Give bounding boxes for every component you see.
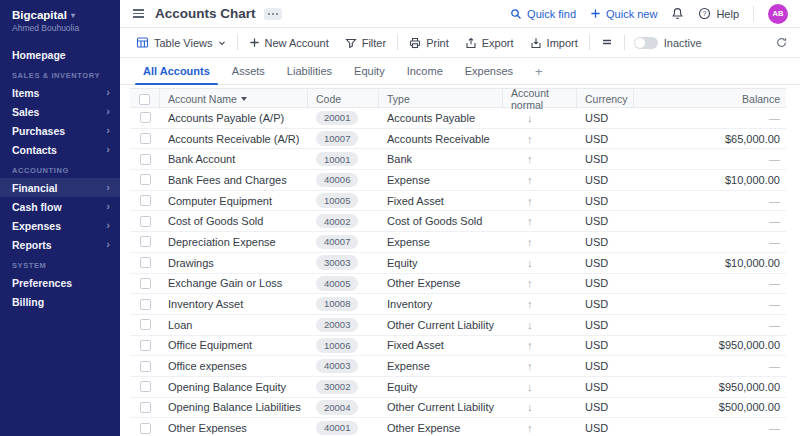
- row-checkbox[interactable]: [140, 195, 151, 206]
- row-checkbox[interactable]: [140, 340, 151, 351]
- sidebar-item-purchases[interactable]: Purchases›: [0, 121, 120, 140]
- row-checkbox[interactable]: [140, 236, 151, 247]
- row-checkbox[interactable]: [140, 154, 151, 165]
- column-header-balance[interactable]: Balance: [634, 89, 786, 109]
- table-row[interactable]: Computer Equipment10005Fixed Asset↑USD—: [130, 191, 786, 212]
- table-views-button[interactable]: Table Views: [128, 32, 234, 54]
- export-button[interactable]: Export: [457, 32, 522, 54]
- row-checkbox[interactable]: [140, 112, 151, 123]
- account-currency: USD: [577, 298, 634, 310]
- sidebar-item-cash-flow[interactable]: Cash flow›: [0, 197, 120, 216]
- tab-equity[interactable]: Equity: [343, 58, 396, 84]
- row-checkbox[interactable]: [140, 216, 151, 227]
- row-checkbox[interactable]: [140, 299, 151, 310]
- table-row[interactable]: Opening Balance Liabilities20004Other Cu…: [130, 398, 786, 419]
- table-row[interactable]: Inventory Asset10008Inventory↑USD—: [130, 294, 786, 315]
- more-options-button[interactable]: [264, 8, 282, 20]
- row-checkbox[interactable]: [140, 402, 151, 413]
- tab-assets[interactable]: Assets: [221, 58, 276, 84]
- sidebar-toggle-icon[interactable]: [130, 6, 147, 20]
- account-name: Office Equipment: [160, 339, 308, 351]
- row-checkbox[interactable]: [140, 381, 151, 392]
- table-row[interactable]: Office expenses40003Expense↑USD—: [130, 356, 786, 377]
- account-code-cell: 40002: [308, 214, 379, 228]
- table-row[interactable]: Depreciation Expense40007Expense↑USD—: [130, 232, 786, 253]
- sidebar-item-financial[interactable]: Financial›: [0, 178, 120, 197]
- table-row[interactable]: Office Equipment10006Fixed Asset↑USD$950…: [130, 336, 786, 357]
- svg-text:?: ?: [703, 10, 707, 17]
- account-code-badge: 10005: [316, 193, 358, 207]
- row-checkbox[interactable]: [140, 174, 151, 185]
- user-name: Ahmed Bouhuolia: [12, 23, 110, 33]
- quick-new-button[interactable]: Quick new: [590, 8, 657, 20]
- column-header-type[interactable]: Type: [379, 89, 503, 109]
- table-row[interactable]: Exchange Gain or Loss40005Other Expense↑…: [130, 274, 786, 295]
- table-row[interactable]: Bank Fees and Charges40006Expense↑USD$10…: [130, 170, 786, 191]
- notifications-bell-icon[interactable]: [671, 7, 684, 20]
- account-code-badge: 20004: [316, 400, 358, 414]
- row-checkbox[interactable]: [140, 278, 151, 289]
- account-name: Exchange Gain or Loss: [160, 277, 308, 289]
- row-select-cell: [130, 299, 160, 310]
- table-row[interactable]: Cost of Goods Sold40002Cost of Goods Sol…: [130, 211, 786, 232]
- sidebar-item-preferences[interactable]: Preferences: [0, 273, 120, 292]
- table-row[interactable]: Loan20003Other Current Liability↓USD—: [130, 315, 786, 336]
- account-type: Fixed Asset: [379, 195, 503, 207]
- row-select-cell: [130, 361, 160, 372]
- account-code-cell: 10006: [308, 338, 379, 352]
- row-select-cell: [130, 112, 160, 123]
- rows-icon: [601, 37, 613, 49]
- inactive-toggle[interactable]: [634, 37, 658, 49]
- table-row[interactable]: Drawings30003Equity↓USD$10,000.00: [130, 253, 786, 274]
- account-balance: —: [634, 236, 786, 248]
- help-button[interactable]: ? Help: [698, 7, 739, 20]
- sidebar-item-expenses[interactable]: Expenses›: [0, 216, 120, 235]
- column-header-account-name[interactable]: Account Name: [160, 89, 308, 109]
- filter-button[interactable]: Filter: [337, 32, 394, 54]
- sidebar-item-homepage[interactable]: Homepage: [0, 45, 120, 64]
- print-button[interactable]: Print: [401, 32, 457, 54]
- tab-add-button[interactable]: +: [524, 58, 554, 84]
- new-account-button[interactable]: New Account: [241, 32, 337, 54]
- select-all-checkbox[interactable]: [139, 94, 150, 105]
- row-select-cell: [130, 423, 160, 434]
- row-checkbox[interactable]: [140, 319, 151, 330]
- sidebar-item-billing[interactable]: Billing: [0, 292, 120, 311]
- column-header-account-normal[interactable]: Account normal: [503, 89, 577, 109]
- sidebar-section-label: SALES & INVENTORY: [0, 64, 120, 83]
- row-checkbox[interactable]: [140, 257, 151, 268]
- quick-find-button[interactable]: Quick find: [510, 8, 576, 20]
- refresh-icon[interactable]: [775, 36, 788, 49]
- column-header-currency[interactable]: Currency: [577, 89, 634, 109]
- sidebar-item-sales[interactable]: Sales›: [0, 102, 120, 121]
- tab-all-accounts[interactable]: All Accounts: [132, 58, 221, 84]
- sidebar-item-contacts[interactable]: Contacts›: [0, 140, 120, 159]
- import-button[interactable]: Import: [522, 32, 586, 54]
- sidebar-item-label: Homepage: [12, 49, 66, 61]
- import-icon: [530, 37, 542, 49]
- account-name: Depreciation Expense: [160, 236, 308, 248]
- table-row[interactable]: Other Expenses40001Other Expense↑USD—: [130, 418, 786, 436]
- account-balance: —: [634, 277, 786, 289]
- table-row[interactable]: Opening Balance Equity30002Equity↓USD$95…: [130, 377, 786, 398]
- table-row[interactable]: Bank Account10001Bank↑USD—: [130, 149, 786, 170]
- row-checkbox[interactable]: [140, 133, 151, 144]
- row-density-button[interactable]: [593, 32, 621, 54]
- column-header-code[interactable]: Code: [308, 89, 379, 109]
- sidebar-item-reports[interactable]: Reports›: [0, 235, 120, 254]
- workspace-switcher[interactable]: Bigcapital ▾: [12, 9, 110, 21]
- toolbar-divider: [237, 35, 238, 50]
- sidebar-item-items[interactable]: Items›: [0, 83, 120, 102]
- user-avatar[interactable]: AB: [768, 4, 788, 24]
- account-type: Expense: [379, 360, 503, 372]
- tab-expenses[interactable]: Expenses: [454, 58, 524, 84]
- tab-liabilities[interactable]: Liabilities: [276, 58, 343, 84]
- table-row[interactable]: Accounts Receivable (A/R)10007Accounts R…: [130, 129, 786, 150]
- row-checkbox[interactable]: [140, 361, 151, 372]
- account-normal-arrow-down-icon: ↓: [503, 112, 577, 124]
- table-row[interactable]: Accounts Payable (A/P)20001Accounts Paya…: [130, 108, 786, 129]
- app-window: Bigcapital ▾ Ahmed Bouhuolia HomepageSAL…: [0, 0, 800, 436]
- tab-income[interactable]: Income: [396, 58, 454, 84]
- table-header-row: Account NameCodeTypeAccount normalCurren…: [130, 88, 786, 108]
- row-checkbox[interactable]: [140, 423, 151, 434]
